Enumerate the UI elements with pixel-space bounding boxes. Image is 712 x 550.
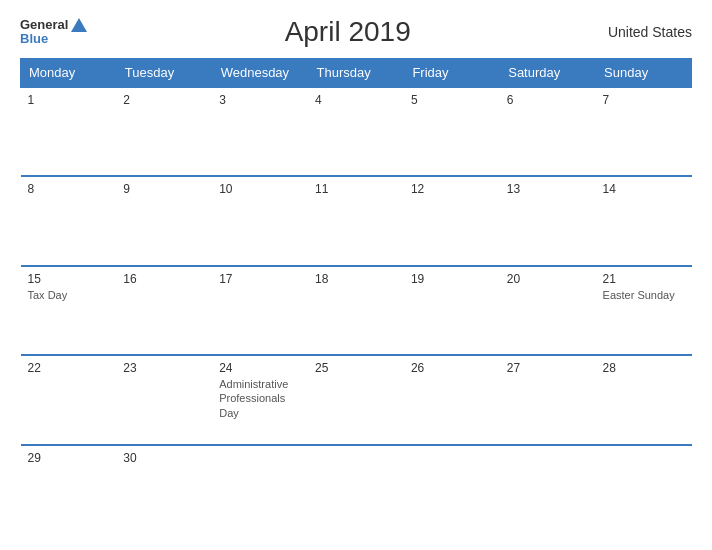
day-number: 25 — [315, 361, 397, 375]
event-label: AdministrativeProfessionals Day — [219, 377, 301, 420]
calendar-day-cell: 25 — [308, 355, 404, 444]
day-number: 3 — [219, 93, 301, 107]
calendar-day-cell: 4 — [308, 87, 404, 176]
calendar-day-cell — [308, 445, 404, 534]
calendar-day-cell: 29 — [21, 445, 117, 534]
day-number: 5 — [411, 93, 493, 107]
day-number: 29 — [28, 451, 110, 465]
calendar-day-cell: 22 — [21, 355, 117, 444]
calendar-week-row: 222324AdministrativeProfessionals Day252… — [21, 355, 692, 444]
event-label: Easter Sunday — [603, 288, 685, 302]
calendar-day-cell: 7 — [596, 87, 692, 176]
weekday-header: Sunday — [596, 59, 692, 88]
day-number: 13 — [507, 182, 589, 196]
logo: General Blue — [20, 18, 87, 47]
calendar-day-cell — [212, 445, 308, 534]
calendar-week-row: 2930 — [21, 445, 692, 534]
day-number: 10 — [219, 182, 301, 196]
weekday-header: Monday — [21, 59, 117, 88]
day-number: 1 — [28, 93, 110, 107]
day-number: 14 — [603, 182, 685, 196]
calendar-week-row: 1234567 — [21, 87, 692, 176]
calendar-day-cell: 11 — [308, 176, 404, 265]
day-number: 26 — [411, 361, 493, 375]
calendar-day-cell: 26 — [404, 355, 500, 444]
calendar-day-cell: 14 — [596, 176, 692, 265]
calendar-week-row: 15Tax Day161718192021Easter Sunday — [21, 266, 692, 355]
weekday-header: Tuesday — [116, 59, 212, 88]
calendar-day-cell: 18 — [308, 266, 404, 355]
day-number: 9 — [123, 182, 205, 196]
calendar-day-cell — [500, 445, 596, 534]
day-number: 8 — [28, 182, 110, 196]
day-number: 19 — [411, 272, 493, 286]
calendar-day-cell: 19 — [404, 266, 500, 355]
day-number: 20 — [507, 272, 589, 286]
calendar-day-cell: 1 — [21, 87, 117, 176]
calendar-title: April 2019 — [285, 16, 411, 48]
calendar-day-cell: 15Tax Day — [21, 266, 117, 355]
calendar-header: General Blue April 2019 United States — [20, 16, 692, 48]
weekday-header: Thursday — [308, 59, 404, 88]
day-number: 27 — [507, 361, 589, 375]
calendar-day-cell: 20 — [500, 266, 596, 355]
calendar-day-cell: 28 — [596, 355, 692, 444]
calendar-day-cell: 6 — [500, 87, 596, 176]
day-number: 15 — [28, 272, 110, 286]
region-label: United States — [608, 24, 692, 40]
day-number: 2 — [123, 93, 205, 107]
day-number: 11 — [315, 182, 397, 196]
calendar-day-cell: 16 — [116, 266, 212, 355]
calendar-day-cell: 8 — [21, 176, 117, 265]
calendar-week-row: 891011121314 — [21, 176, 692, 265]
logo-blue-text: Blue — [20, 32, 48, 46]
calendar-day-cell: 3 — [212, 87, 308, 176]
calendar-day-cell: 17 — [212, 266, 308, 355]
calendar-day-cell: 2 — [116, 87, 212, 176]
calendar-day-cell: 23 — [116, 355, 212, 444]
day-number: 18 — [315, 272, 397, 286]
day-number: 21 — [603, 272, 685, 286]
event-label: Tax Day — [28, 288, 110, 302]
calendar-day-cell: 27 — [500, 355, 596, 444]
calendar-day-cell: 12 — [404, 176, 500, 265]
calendar-table: MondayTuesdayWednesdayThursdayFridaySatu… — [20, 58, 692, 534]
calendar-day-cell — [596, 445, 692, 534]
calendar-day-cell: 24AdministrativeProfessionals Day — [212, 355, 308, 444]
calendar-day-cell: 9 — [116, 176, 212, 265]
day-number: 17 — [219, 272, 301, 286]
logo-triangle-icon — [71, 18, 87, 32]
weekday-header: Friday — [404, 59, 500, 88]
weekday-header: Saturday — [500, 59, 596, 88]
logo-general-text: General — [20, 18, 68, 32]
weekday-header-row: MondayTuesdayWednesdayThursdayFridaySatu… — [21, 59, 692, 88]
calendar-day-cell: 30 — [116, 445, 212, 534]
calendar-day-cell: 13 — [500, 176, 596, 265]
calendar-day-cell: 10 — [212, 176, 308, 265]
calendar-day-cell: 21Easter Sunday — [596, 266, 692, 355]
day-number: 12 — [411, 182, 493, 196]
day-number: 7 — [603, 93, 685, 107]
day-number: 24 — [219, 361, 301, 375]
day-number: 6 — [507, 93, 589, 107]
day-number: 16 — [123, 272, 205, 286]
day-number: 23 — [123, 361, 205, 375]
calendar-day-cell: 5 — [404, 87, 500, 176]
day-number: 22 — [28, 361, 110, 375]
day-number: 30 — [123, 451, 205, 465]
calendar-day-cell — [404, 445, 500, 534]
day-number: 28 — [603, 361, 685, 375]
weekday-header: Wednesday — [212, 59, 308, 88]
day-number: 4 — [315, 93, 397, 107]
